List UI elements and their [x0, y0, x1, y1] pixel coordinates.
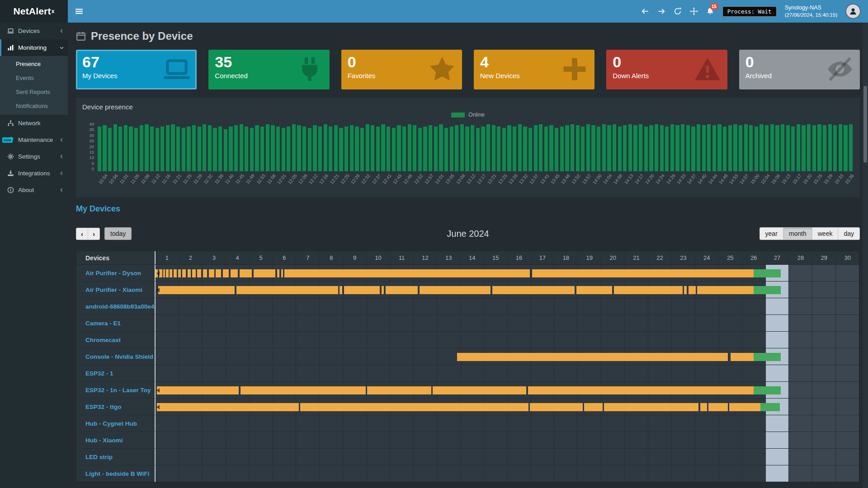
presence-bar-orange[interactable]	[684, 286, 687, 294]
presence-bar-orange[interactable]	[576, 286, 612, 294]
refresh-button[interactable]	[674, 7, 682, 15]
presence-bar-orange[interactable]	[700, 403, 707, 411]
presence-bar-orange[interactable]	[216, 269, 221, 277]
device-link[interactable]: ESP32 - 1	[76, 365, 156, 382]
presence-bar-orange[interactable]	[528, 386, 754, 394]
device-link[interactable]: Console - Nvidia Shield TV	[76, 348, 156, 365]
notifications-bell-button[interactable]: 15	[706, 7, 714, 15]
stat-card-new-devices[interactable]: 4New Devices	[474, 50, 594, 89]
presence-bar-orange[interactable]	[344, 286, 380, 294]
presence-bar-orange[interactable]	[209, 269, 214, 277]
presence-bar-orange[interactable]	[166, 269, 168, 277]
device-link[interactable]: LED strip	[76, 449, 156, 465]
presence-bar-orange[interactable]	[708, 403, 728, 411]
presence-bar-orange[interactable]	[157, 386, 239, 394]
device-link[interactable]: Air Purifier - Dyson	[76, 265, 156, 282]
presence-bar-orange[interactable]	[192, 269, 196, 277]
presence-bar-orange[interactable]	[457, 353, 728, 361]
sidebar-item-monitoring[interactable]: Monitoring	[0, 39, 68, 56]
device-link[interactable]: Light - bedside B WiFi	[76, 465, 156, 482]
presence-bar-orange[interactable]	[284, 269, 529, 277]
presence-bar-orange[interactable]	[170, 269, 172, 277]
device-link[interactable]: ESP32 - ttgo	[76, 399, 156, 415]
sidebar-subitem-sent-reports[interactable]: Sent Reports	[0, 85, 68, 99]
presence-bar-green[interactable]	[754, 353, 781, 361]
presence-bar-orange[interactable]	[178, 269, 181, 277]
app-logo[interactable]: NetAlertx	[0, 0, 68, 23]
presence-bar-orange[interactable]	[236, 286, 338, 294]
stat-card-favorites[interactable]: 0Favorites	[341, 50, 462, 89]
calendar-next-button[interactable]: ›	[88, 228, 100, 240]
presence-bar-orange[interactable]	[731, 353, 754, 361]
presence-bar-orange[interactable]	[174, 269, 176, 277]
presence-bar-green[interactable]	[754, 386, 781, 394]
device-link[interactable]: Hub - Cygnet Hub	[76, 415, 156, 432]
presence-bar-orange[interactable]	[584, 403, 603, 411]
device-link[interactable]: Chromecast	[76, 332, 156, 348]
process-status-indicator[interactable]: Process: Wait	[722, 6, 777, 17]
presence-bar-orange[interactable]	[223, 269, 229, 277]
presence-bar-orange[interactable]	[231, 269, 238, 277]
presence-bar-orange[interactable]	[492, 286, 575, 294]
device-link[interactable]: ESP32 - 1n - Laser Toy	[76, 382, 156, 399]
presence-bar-orange[interactable]	[240, 269, 252, 277]
sidebar-item-settings[interactable]: Settings	[0, 148, 68, 165]
presence-bar-orange[interactable]	[697, 286, 754, 294]
sidebar-toggle-button[interactable]	[75, 7, 83, 15]
presence-bar-orange[interactable]	[163, 269, 165, 277]
sidebar-subitem-presence[interactable]: Presence	[0, 57, 68, 71]
presence-bar-orange[interactable]	[367, 386, 431, 394]
view-button-day[interactable]: day	[838, 227, 860, 240]
calendar-today-button[interactable]: today	[104, 227, 132, 240]
presence-bar-orange[interactable]	[281, 269, 283, 277]
presence-bar-orange[interactable]	[382, 286, 384, 294]
presence-bar-orange[interactable]	[433, 386, 526, 394]
presence-bar-orange[interactable]	[241, 386, 366, 394]
sidebar-item-network[interactable]: Network	[0, 115, 68, 131]
stat-card-connected[interactable]: 35Connected	[208, 50, 329, 89]
sidebar-item-about[interactable]: About	[0, 182, 68, 198]
presence-bar-orange[interactable]	[157, 403, 299, 411]
device-link[interactable]: Air Purifier - Xiaomi	[76, 282, 156, 298]
presence-bar-orange[interactable]	[604, 403, 698, 411]
stat-card-my-devices[interactable]: 67My Devices	[76, 50, 197, 89]
view-button-week[interactable]: week	[812, 227, 839, 240]
user-avatar[interactable]	[845, 4, 861, 19]
sidebar-item-integrations[interactable]: Integrations	[0, 165, 68, 182]
nav-back-button[interactable]	[641, 7, 649, 15]
presence-bar-green[interactable]	[754, 286, 781, 294]
presence-bar-orange[interactable]	[197, 269, 201, 277]
move-button[interactable]	[690, 7, 698, 15]
presence-bar-orange[interactable]	[188, 269, 191, 277]
presence-bar-orange[interactable]	[530, 403, 582, 411]
presence-bar-orange[interactable]	[158, 286, 235, 294]
presence-bar-orange[interactable]	[386, 286, 418, 294]
presence-bar-orange[interactable]	[420, 286, 491, 294]
presence-bar-green[interactable]	[760, 403, 780, 411]
presence-bar-orange[interactable]	[340, 286, 342, 294]
stat-card-down-alerts[interactable]: 0Down Alerts	[606, 50, 727, 89]
nav-forward-button[interactable]	[657, 7, 665, 15]
page-scrollbar[interactable]	[863, 23, 868, 488]
presence-bar-orange[interactable]	[729, 403, 760, 411]
device-link[interactable]: android-68608b93a00e4	[76, 298, 156, 315]
presence-bar-orange[interactable]	[277, 269, 279, 277]
sidebar-subitem-events[interactable]: Events	[0, 71, 68, 85]
presence-bar-orange[interactable]	[532, 269, 754, 277]
presence-bar-green[interactable]	[754, 269, 781, 277]
stat-card-archived[interactable]: 0Archived	[739, 50, 860, 89]
view-button-month[interactable]: month	[783, 227, 812, 240]
device-link[interactable]: Hub - Xiaomi	[76, 432, 156, 449]
presence-bar-orange[interactable]	[203, 269, 207, 277]
view-button-year[interactable]: year	[760, 227, 783, 240]
presence-bar-orange[interactable]	[300, 403, 529, 411]
calendar-prev-button[interactable]: ‹	[76, 228, 88, 240]
presence-bar-orange[interactable]	[182, 269, 186, 277]
device-link[interactable]: Camera - E1	[76, 315, 156, 332]
presence-bar-orange[interactable]	[254, 269, 275, 277]
sidebar-item-maintenance[interactable]: newMaintenance	[0, 131, 68, 148]
sidebar-item-devices[interactable]: Devices	[0, 23, 68, 39]
sidebar-subitem-notifications[interactable]: Notifications	[0, 99, 68, 113]
scrollbar-thumb[interactable]	[863, 86, 867, 163]
presence-bar-orange[interactable]	[614, 286, 683, 294]
